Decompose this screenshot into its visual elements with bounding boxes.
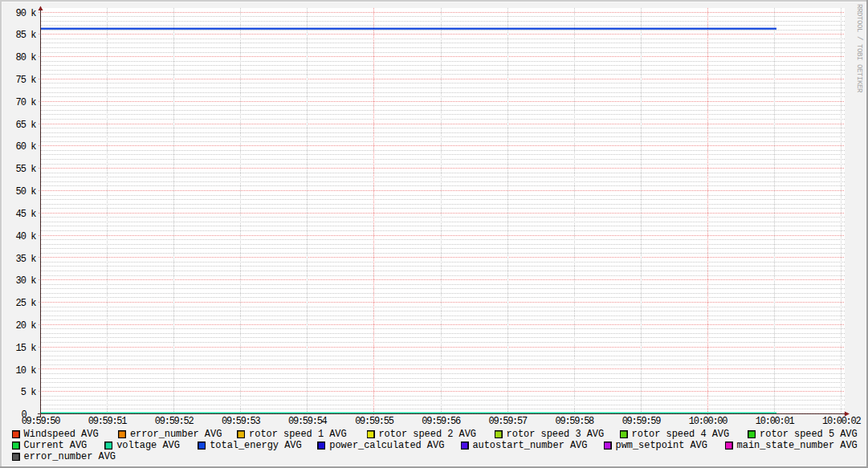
svg-text:5 k: 5 k [21, 387, 37, 398]
svg-text:Windspeed AVG: Windspeed AVG [24, 429, 99, 440]
svg-text:main_state_number AVG: main_state_number AVG [737, 440, 858, 451]
svg-text:09:59:54: 09:59:54 [288, 416, 328, 427]
svg-text:09:59:52: 09:59:52 [155, 416, 194, 427]
svg-text:25 k: 25 k [15, 298, 36, 309]
svg-text:15 k: 15 k [15, 343, 36, 354]
svg-text:45 k: 45 k [15, 209, 36, 220]
svg-text:voltage AVG: voltage AVG [116, 440, 180, 451]
svg-text:error_number AVG: error_number AVG [24, 451, 116, 462]
svg-text:10:00:02: 10:00:02 [822, 416, 862, 427]
svg-text:total_energy AVG: total_energy AVG [210, 440, 301, 451]
svg-text:85 k: 85 k [15, 30, 36, 41]
svg-text:RRDTOOL / TOBI OETIKER: RRDTOOL / TOBI OETIKER [855, 4, 863, 93]
svg-text:rotor speed 4 AVG: rotor speed 4 AVG [632, 429, 730, 440]
svg-text:50 k: 50 k [15, 186, 36, 197]
svg-text:09:59:55: 09:59:55 [355, 416, 394, 427]
svg-text:pwm_setpoint AVG: pwm_setpoint AVG [616, 440, 707, 451]
svg-text:55 k: 55 k [15, 164, 36, 175]
svg-text:10 k: 10 k [15, 365, 36, 376]
svg-text:65 k: 65 k [15, 120, 36, 131]
svg-text:09:59:53: 09:59:53 [222, 416, 261, 427]
svg-text:10:00:00: 10:00:00 [689, 416, 728, 427]
svg-text:Current AVG: Current AVG [24, 440, 88, 451]
svg-text:09:59:58: 09:59:58 [556, 416, 595, 427]
svg-text:power_calculated AVG: power_calculated AVG [329, 440, 444, 451]
svg-text:90 k: 90 k [15, 8, 36, 19]
svg-text:30 k: 30 k [15, 275, 36, 287]
svg-text:80 k: 80 k [15, 52, 36, 63]
svg-text:rotor speed 5 AVG: rotor speed 5 AVG [760, 429, 858, 440]
svg-text:rotor speed 3 AVG: rotor speed 3 AVG [507, 429, 605, 440]
svg-text:rotor speed 2 AVG: rotor speed 2 AVG [378, 429, 476, 440]
svg-text:09:59:56: 09:59:56 [422, 416, 461, 427]
svg-text:rotor speed 1 AVG: rotor speed 1 AVG [249, 429, 347, 440]
svg-text:60 k: 60 k [15, 141, 36, 153]
svg-text:70 k: 70 k [15, 97, 36, 108]
svg-text:75 k: 75 k [15, 75, 36, 86]
svg-text:09:59:50: 09:59:50 [22, 416, 61, 427]
svg-text:09:59:59: 09:59:59 [622, 416, 662, 427]
svg-text:09:59:51: 09:59:51 [88, 416, 128, 427]
svg-text:35 k: 35 k [15, 254, 36, 265]
svg-text:20 k: 20 k [15, 320, 36, 332]
svg-text:autostart_number AVG: autostart_number AVG [472, 440, 587, 451]
svg-text:error_number AVG: error_number AVG [130, 429, 222, 440]
svg-text:10:00:01: 10:00:01 [756, 416, 795, 427]
svg-text:09:59:57: 09:59:57 [488, 416, 528, 427]
svg-text:40 k: 40 k [15, 231, 36, 242]
